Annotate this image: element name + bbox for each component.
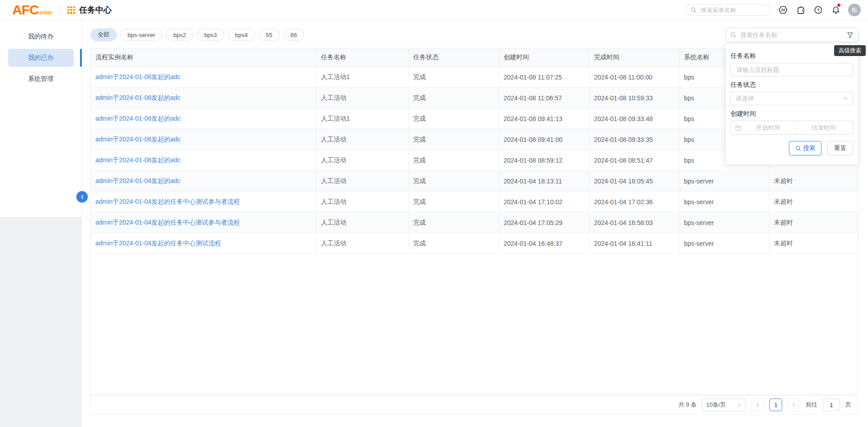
cell-task: 人工活动 [316, 129, 409, 150]
goto-page-input[interactable] [823, 399, 840, 411]
process-instance-link[interactable]: admin于2024-01-04发起的任务中心测试流程 [91, 233, 316, 253]
created-time-label: 创建时间 [731, 110, 853, 117]
panel-actions: 搜索 重置 [731, 141, 853, 155]
cell-task: 人工活动 [316, 233, 409, 253]
cell-timeout: 未超时 [769, 233, 858, 253]
ai-assistant-icon[interactable]: AI [778, 5, 788, 15]
process-instance-link[interactable]: admin于2024-01-08发起的adc [91, 67, 316, 87]
sidebar-item-my-todo[interactable]: 我的待办 [8, 28, 74, 46]
pagination-total: 共 9 条 [679, 401, 697, 409]
notification-dot [837, 4, 840, 7]
filter-tab-66[interactable]: 66 [283, 28, 304, 41]
header-task-name: 任务名称 [316, 48, 409, 66]
avatar[interactable]: 租 [848, 4, 861, 16]
cell-timeout: 未超时 [769, 192, 858, 212]
process-instance-link[interactable]: admin于2024-01-08发起的adc [91, 88, 316, 108]
search-icon [795, 145, 801, 151]
task-search-box[interactable] [725, 28, 859, 42]
table-row: admin于2024-01-04发起的任务中心测试参与者流程 人工活动 完成 2… [91, 212, 858, 233]
prev-page-button[interactable] [751, 399, 764, 411]
end-time-placeholder[interactable]: 结束时间 [799, 124, 849, 132]
advanced-search-tooltip: 高级搜索 [834, 45, 866, 56]
calendar-icon [735, 125, 741, 131]
chevron-left-icon [755, 402, 760, 408]
created-time-range-picker[interactable]: 开始时间 - 结束时间 [731, 121, 853, 135]
sidebar: 我的待办 我的已办 系统管理 [0, 20, 82, 427]
cell-status: 完成 [409, 129, 499, 150]
task-name-field[interactable] [731, 63, 853, 76]
cell-task: 人工活动1 [316, 108, 409, 129]
cell-status: 完成 [409, 67, 499, 87]
cell-status: 完成 [409, 192, 499, 212]
sidebar-item-system-management[interactable]: 系统管理 [8, 70, 74, 88]
filter-tab-bps-server[interactable]: bps-server [120, 28, 162, 41]
process-instance-link[interactable]: admin于2024-01-04发起的adc [91, 171, 316, 191]
pagination-bar: 共 9 条 10条/页 1 前往 页 [90, 395, 858, 414]
bell-icon[interactable] [830, 5, 841, 15]
topbar: AFC enter 任务中心 AI ? [0, 0, 868, 20]
process-instance-link[interactable]: admin于2024-01-08发起的adc [91, 150, 316, 170]
help-icon[interactable]: ? [813, 5, 824, 15]
page-number-1[interactable]: 1 [769, 399, 782, 411]
cell-status: 完成 [409, 88, 499, 108]
table-row: admin于2024-01-04发起的任务中心测试流程 人工活动 完成 2024… [91, 233, 858, 254]
task-status-select[interactable]: 请选择 [731, 92, 853, 105]
process-instance-link[interactable]: admin于2024-01-04发起的任务中心测试参与者流程 [91, 212, 316, 233]
logo-text-sub: enter [39, 9, 52, 16]
advanced-search-panel: 任务名称 任务状态 请选择 创建时间 开始时间 - 结束时间 搜索 重置 [725, 43, 859, 165]
app-logo[interactable]: AFC enter [12, 3, 52, 17]
page: AFC enter 任务中心 AI ? [0, 0, 868, 427]
cell-status: 完成 [409, 108, 499, 129]
filter-tab-all[interactable]: 全部 [90, 28, 117, 41]
page-unit-label: 页 [845, 401, 851, 409]
filter-tab-bps2[interactable]: bps2 [166, 28, 193, 41]
cell-finished: 2024-01-08 09:33:48 [590, 108, 679, 129]
search-icon [730, 32, 736, 38]
cell-created: 2024-01-08 11:07:25 [499, 67, 590, 87]
cell-timeout: 未超时 [769, 212, 858, 233]
process-instance-link[interactable]: admin于2024-01-08发起的adc [91, 108, 316, 129]
page-title: 任务中心 [79, 5, 112, 15]
cell-status: 完成 [409, 212, 499, 233]
page-size-select[interactable]: 10条/页 [702, 399, 746, 411]
header-created-time: 创建时间 [499, 48, 590, 66]
cell-created: 2024-01-04 18:13:11 [499, 171, 590, 191]
topbar-actions: AI ? 租 [685, 4, 861, 16]
cell-status: 完成 [409, 171, 499, 191]
process-instance-link[interactable]: admin于2024-01-08发起的adc [91, 129, 316, 150]
advanced-filter-icon[interactable] [847, 32, 854, 38]
cell-finished: 2024-01-04 17:02:36 [590, 192, 679, 212]
apps-grid-icon[interactable] [67, 6, 75, 14]
logo-text-main: AFC [12, 3, 39, 17]
cell-system: bps-server [679, 212, 769, 233]
filter-tab-bps3[interactable]: bps3 [197, 28, 224, 41]
cell-task: 人工活动 [316, 212, 409, 233]
plugin-icon[interactable] [795, 5, 806, 15]
reset-button[interactable]: 重置 [827, 141, 853, 155]
cell-created: 2024-01-04 17:10:02 [499, 192, 590, 212]
menu-search-box[interactable] [685, 4, 771, 16]
sidebar-collapse-button[interactable] [76, 191, 88, 202]
task-name-input[interactable] [736, 66, 848, 74]
range-separator: - [795, 124, 797, 131]
filter-tab-bps4[interactable]: bps4 [228, 28, 255, 41]
topbar-divider [60, 5, 61, 15]
cell-created: 2024-01-04 16:48:37 [499, 233, 590, 253]
next-page-button[interactable] [788, 399, 800, 411]
header-finished-time: 完成时间 [590, 48, 679, 66]
chevron-down-icon [737, 403, 742, 408]
cell-task: 人工活动 [316, 150, 409, 170]
process-instance-link[interactable]: admin于2024-01-04发起的任务中心测试参与者流程 [91, 192, 316, 212]
cell-finished: 2024-01-04 18:05:45 [590, 171, 679, 191]
menu-search-input[interactable] [700, 6, 765, 14]
cell-status: 完成 [409, 233, 499, 253]
search-icon [690, 7, 697, 13]
filter-tab-55[interactable]: 55 [259, 28, 279, 41]
sidebar-item-my-done[interactable]: 我的已办 [8, 49, 74, 67]
start-time-placeholder[interactable]: 开始时间 [743, 124, 793, 132]
header-task-status: 任务状态 [409, 48, 499, 66]
cell-status: 完成 [409, 150, 499, 170]
task-search-input[interactable] [740, 31, 844, 39]
chevron-down-icon [843, 96, 848, 101]
search-button[interactable]: 搜索 [789, 141, 821, 155]
